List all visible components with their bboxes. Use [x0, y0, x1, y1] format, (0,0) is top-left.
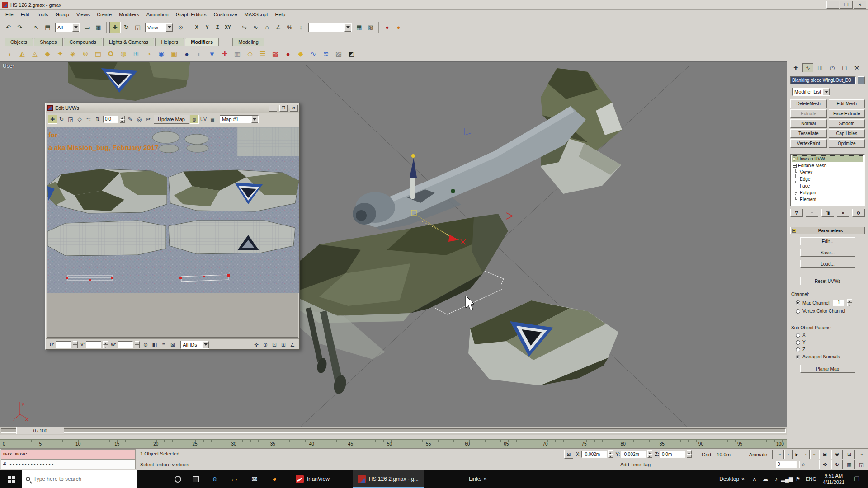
uv-flip-button[interactable]: ⇅ [93, 115, 102, 124]
named-selection-dropdown[interactable] [308, 23, 352, 32]
uvw-maximize-button[interactable]: ❐ [279, 105, 288, 112]
modifier-icon[interactable]: ≋ [320, 48, 332, 60]
mail-icon[interactable]: ✉ [245, 470, 264, 488]
modifier-icon[interactable]: ◆ [295, 48, 307, 60]
viewport-label[interactable]: User [3, 63, 14, 69]
task-view-button[interactable] [187, 470, 205, 488]
planar-map-button[interactable]: Planar Map [800, 365, 855, 373]
modifier-icon[interactable]: ● [282, 48, 294, 60]
menu-item[interactable]: MAXScript [241, 11, 272, 18]
edit-mesh-button[interactable]: Edit Mesh [829, 99, 865, 108]
edit-uvws-window[interactable]: Edit UVWs – ❐ ✕ ✚↻◲◇⇋⇅ 0.0 ✎◎✂ Update Ma… [45, 103, 300, 350]
uv-freeform-button[interactable]: ◇ [75, 115, 84, 124]
taskbar-irfanview-button[interactable]: IrfanView [291, 470, 335, 488]
reset-uvws-button[interactable]: Reset UVWs [800, 277, 855, 285]
close-button[interactable]: ✕ [854, 1, 866, 9]
modifier-icon[interactable]: ⊞ [130, 48, 142, 60]
antivirus-icon[interactable]: ⚑ [793, 470, 803, 488]
smooth-button[interactable]: Smooth [829, 119, 865, 128]
stack-face[interactable]: Face [792, 183, 863, 189]
play-button[interactable]: ▶ [793, 450, 801, 459]
xy-constraint-button[interactable]: XY [223, 23, 233, 33]
network-icon[interactable]: ▂▄▆ [782, 470, 793, 488]
taskbar-search[interactable] [22, 470, 137, 488]
explorer-icon[interactable]: ▱ [225, 470, 245, 488]
cortana-button[interactable] [169, 470, 187, 488]
menu-item[interactable]: Create [93, 11, 115, 18]
chevron-down-icon[interactable] [344, 23, 351, 32]
chevron-down-icon[interactable] [251, 116, 258, 123]
hierarchy-tab[interactable]: ◫ [815, 63, 826, 72]
vertexpaint-button[interactable]: VertexPaint [790, 139, 827, 148]
chevron-down-icon[interactable] [823, 88, 830, 95]
uv-pan-button[interactable]: ✜ [252, 340, 261, 349]
menu-item[interactable]: Edit [17, 11, 33, 18]
previous-frame-button[interactable]: ‹ [784, 450, 793, 459]
spinner[interactable] [120, 116, 125, 123]
menu-item[interactable]: Tools [33, 11, 52, 18]
time-slider[interactable]: 0 / 100 [0, 427, 787, 435]
modifier-icon[interactable]: ☰ [257, 48, 269, 60]
track-bar-ruler[interactable]: 0510152025303540455055606570758085909510… [0, 439, 787, 448]
lock-selection-toggle[interactable]: ⊠ [564, 450, 573, 459]
listener-macro-line[interactable]: max move [1, 449, 136, 460]
go-to-start-button[interactable]: « [776, 450, 784, 459]
uvw-angle-field[interactable]: 0.0 [103, 116, 118, 123]
select-by-name-button[interactable]: ▤ [42, 22, 53, 33]
time-slider-track[interactable] [1, 428, 786, 433]
averaged-normals-radio[interactable] [796, 355, 800, 359]
zoom-extents-button[interactable]: ⊞ [819, 450, 830, 459]
tab-modeling[interactable]: Modeling [232, 38, 264, 46]
uv-lock-button[interactable]: ⊠ [168, 340, 177, 349]
modifier-icon[interactable]: ◔ [143, 48, 155, 60]
axis-radio[interactable] [796, 347, 800, 352]
y-constraint-button[interactable]: Y [202, 23, 212, 33]
pan-button[interactable]: ✜ [819, 460, 830, 469]
object-name-field[interactable]: Blanking piece WingLOut_D0 [790, 76, 856, 84]
deletemesh-button[interactable]: DeleteMesh [790, 99, 827, 108]
modifier-icon[interactable]: ✚ [219, 48, 231, 60]
stack-editable-mesh[interactable]: Editable Mesh [792, 162, 863, 169]
key-mode-toggle[interactable]: ◇ [799, 461, 807, 468]
spinner[interactable] [135, 341, 140, 348]
onedrive-icon[interactable]: ☁ [760, 470, 771, 488]
spinner-snap-button[interactable]: ↕ [295, 22, 307, 33]
taskbar-clock[interactable]: 9:51 AM 4/11/2021 [819, 470, 849, 488]
modifier-icon[interactable]: ▤ [92, 48, 104, 60]
uv-copy-button[interactable]: ◧ [150, 340, 159, 349]
speaker-icon[interactable]: ♪ [771, 470, 782, 488]
use-center-button[interactable]: ⊙ [175, 22, 186, 33]
remove-modifier-button[interactable]: ✕ [837, 209, 849, 217]
field-of-view-button[interactable]: ◔ [856, 450, 867, 459]
mirror-button[interactable]: ⇋ [239, 22, 250, 33]
zoom-region-button[interactable]: ⊡ [844, 450, 855, 459]
edge-icon[interactable]: e [205, 470, 225, 488]
tab-lights-cameras[interactable]: Lights & Cameras [103, 38, 154, 46]
u-field[interactable] [56, 341, 71, 348]
uv-rotate-button[interactable]: ↻ [57, 115, 66, 124]
uv-space-toggle[interactable]: UV [199, 115, 208, 124]
modifier-list-dropdown[interactable]: Modifier List [792, 88, 830, 96]
x-constraint-button[interactable]: X [192, 23, 202, 33]
modifier-icon[interactable]: ▣ [168, 48, 180, 60]
angle-snap-button[interactable]: ∠ [273, 22, 284, 33]
show-desktop-button[interactable] [865, 470, 868, 488]
coordinate-value-field[interactable]: 0.0m [660, 451, 685, 458]
crossing-toggle-button[interactable]: ▩ [93, 22, 104, 33]
make-unique-button[interactable]: ◨ [821, 209, 834, 217]
configure-stack-button[interactable]: ⚙ [852, 209, 865, 217]
zoom-button[interactable]: ⊕ [831, 450, 843, 459]
select-object-button[interactable]: ↖ [31, 22, 42, 33]
search-input[interactable] [33, 476, 133, 482]
overflow-chevron-icon[interactable]: » [741, 476, 745, 482]
uv-paste-button[interactable]: ≡ [159, 340, 168, 349]
uv-mirror-button[interactable]: ⇋ [84, 115, 93, 124]
show-map-toggle[interactable]: ◍ [190, 115, 199, 124]
uv-editor-canvas[interactable]: for a aka Mission_bug, February 2017 [47, 127, 298, 338]
spinner[interactable] [73, 341, 78, 348]
optimize-button[interactable]: Optimize [829, 139, 865, 148]
menu-item[interactable]: Group [52, 11, 73, 18]
action-center-button[interactable]: ❐ [849, 470, 865, 488]
rect-select-button[interactable]: ▭ [81, 22, 93, 33]
add-time-tag-button[interactable]: Add Time Tag [620, 462, 651, 467]
